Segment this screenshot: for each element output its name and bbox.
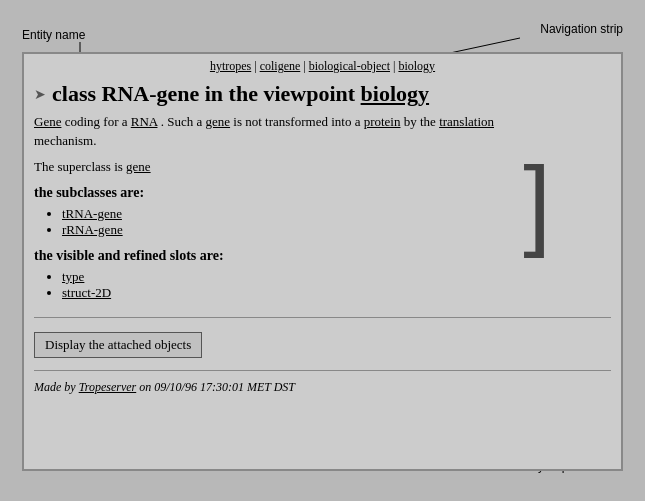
page-title: class RNA-gene in the viewpoint biology	[52, 81, 429, 107]
protein-link[interactable]: protein	[364, 114, 401, 129]
nav-coligene[interactable]: coligene	[260, 59, 301, 73]
nav-biology[interactable]: biology	[398, 59, 435, 73]
divider-1	[34, 317, 611, 318]
description-text: Gene coding for a RNA . Such a gene is n…	[34, 113, 523, 311]
list-item: rRNA-gene	[62, 222, 515, 238]
translation-link[interactable]: translation	[439, 114, 494, 129]
rrna-gene-link[interactable]: rRNA-gene	[62, 222, 123, 237]
title-link[interactable]: biology	[361, 81, 429, 106]
list-item: type	[62, 269, 515, 285]
subclasses-list: tRNA-gene rRNA-gene	[62, 206, 515, 238]
subclasses-header: the subclasses are:	[34, 185, 515, 201]
title-arrow-icon: ➤	[34, 86, 46, 103]
superclass-link[interactable]: gene	[126, 159, 151, 174]
bracket-container: ]	[523, 113, 611, 311]
list-item: struct-2D	[62, 285, 515, 301]
divider-2	[34, 370, 611, 371]
description-section: Gene coding for a RNA . Such a gene is n…	[24, 113, 621, 311]
slots-list: type struct-2D	[62, 269, 515, 301]
gene-link-1[interactable]: Gene	[34, 114, 61, 129]
gene-link-2[interactable]: gene	[206, 114, 231, 129]
list-item: tRNA-gene	[62, 206, 515, 222]
nav-strip-annotation: Navigation strip	[540, 22, 623, 36]
navigation-strip: hytropes | coligene | biological-object …	[24, 54, 621, 77]
right-bracket: ]	[523, 152, 551, 252]
nav-hytropes[interactable]: hytropes	[210, 59, 251, 73]
footer: Made by Tropeserver on 09/10/96 17:30:01…	[24, 375, 621, 400]
superclass-line: The superclass is gene	[34, 159, 515, 175]
display-attached-objects-button[interactable]: Display the attached objects	[34, 332, 202, 358]
title-row: ➤ class RNA-gene in the viewpoint biolog…	[24, 77, 621, 113]
struct-2d-link[interactable]: struct-2D	[62, 285, 111, 300]
rna-link[interactable]: RNA	[131, 114, 158, 129]
entity-description: Gene coding for a RNA . Such a gene is n…	[34, 113, 515, 151]
tropeserver-link[interactable]: Tropeserver	[79, 380, 137, 394]
trna-gene-link[interactable]: tRNA-gene	[62, 206, 122, 221]
tropes-operations-section: Display the attached objects	[24, 324, 621, 366]
nav-biological-object[interactable]: biological-object	[309, 59, 390, 73]
type-link[interactable]: type	[62, 269, 84, 284]
slots-header: the visible and refined slots are:	[34, 248, 515, 264]
entity-name-annotation: Entity name	[22, 28, 85, 42]
